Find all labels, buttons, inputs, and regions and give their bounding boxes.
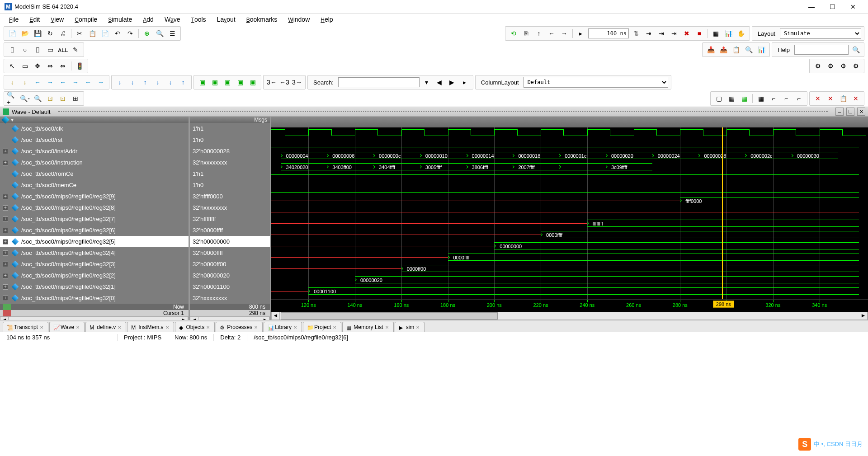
g3-icon[interactable]: ▦	[739, 93, 750, 104]
c2-icon[interactable]: ↓	[19, 77, 30, 88]
d4-icon[interactable]: ↓	[152, 77, 163, 88]
zoom-cursor-icon[interactable]: ⊡	[45, 93, 56, 104]
cursor-lock-icon[interactable]	[3, 310, 11, 316]
signal-row[interactable]: + /soc_tb/soc0/mips0/regfile0/reg32[8]	[0, 202, 189, 213]
up-arrow-icon[interactable]: ↑	[533, 28, 544, 39]
wave-max-icon[interactable]: ☐	[846, 108, 854, 116]
run-all-icon[interactable]: ⇥	[669, 28, 679, 39]
gear4-icon[interactable]: ⚙	[850, 61, 861, 71]
tb2-b1-icon[interactable]: 📥	[705, 44, 716, 55]
search-next-icon[interactable]: ▶	[447, 77, 458, 88]
menu-add[interactable]: Add	[137, 14, 159, 25]
expand-icon[interactable]: +	[3, 273, 8, 278]
plot-hscroll[interactable]: ◄►	[271, 312, 868, 320]
wave-min-icon[interactable]: –	[835, 108, 844, 116]
find-icon[interactable]: 🔍	[154, 28, 165, 39]
d2-icon[interactable]: ↓	[127, 77, 138, 88]
tb2-4-icon[interactable]: ▭	[45, 44, 56, 55]
shrink-icon[interactable]: ⇔	[45, 61, 56, 71]
c1-icon[interactable]: ↓	[7, 77, 18, 88]
tab-close-icon[interactable]: ✕	[76, 325, 80, 329]
new-icon[interactable]: 📄	[7, 28, 18, 39]
zoom-range-icon[interactable]: ⊡	[57, 93, 68, 104]
tab-close-icon[interactable]: ✕	[40, 325, 44, 329]
d3-icon[interactable]: ↑	[140, 77, 151, 88]
e3-icon[interactable]: ▣	[222, 77, 233, 88]
chart-icon[interactable]: 📊	[723, 28, 734, 39]
gear2-icon[interactable]: ⚙	[825, 61, 836, 71]
time-ruler[interactable]: 120 ns140 ns160 ns180 ns200 ns220 ns240 …	[271, 299, 868, 312]
c8-icon[interactable]: →	[95, 77, 106, 88]
menu-view[interactable]: View	[45, 14, 69, 25]
signal-row[interactable]: + /soc_tb/soc0/mips0/regfile0/reg32[0]	[0, 292, 189, 304]
menu-wave[interactable]: Wave	[159, 14, 186, 25]
wave-close-icon[interactable]: ✕	[857, 108, 865, 116]
menu-simulate[interactable]: Simulate	[103, 14, 137, 25]
undo-icon[interactable]: ↶	[112, 28, 123, 39]
g4-icon[interactable]: ▦	[755, 93, 766, 104]
restart-icon[interactable]: ⟲	[508, 28, 519, 39]
search-dropdown-icon[interactable]: ▾	[421, 77, 432, 88]
save-icon[interactable]: 💾	[32, 28, 43, 39]
expand-icon[interactable]: +	[3, 262, 8, 267]
tab-objects[interactable]: ◆ Objects ✕	[175, 322, 215, 332]
break-icon[interactable]: ⎘	[521, 28, 532, 39]
signal-row[interactable]: + /soc_tb/soc0/mips0/regfile0/reg32[6]	[0, 225, 189, 236]
move-icon[interactable]: ✥	[32, 61, 43, 71]
menu-edit[interactable]: Edit	[24, 14, 45, 25]
zoom-fit-icon[interactable]: ⊞	[70, 93, 81, 104]
traffic-icon[interactable]: 🚦	[74, 61, 85, 71]
tab-close-icon[interactable]: ✕	[333, 325, 337, 329]
tab-library[interactable]: 📊 Library ✕	[264, 322, 302, 332]
zoom-full-icon[interactable]: 🔍	[32, 93, 43, 104]
tab-close-icon[interactable]: ✕	[165, 325, 170, 329]
tab-close-icon[interactable]: ✕	[416, 325, 420, 329]
tb2-1-icon[interactable]: ⌷	[7, 44, 18, 55]
minimize-button[interactable]: —	[801, 0, 822, 14]
tb2-clear-icon[interactable]: ✎	[70, 44, 81, 55]
signal-row[interactable]: + /soc_tb/soc0/memCe	[0, 179, 189, 191]
search-opt-icon[interactable]: ▸	[459, 77, 470, 88]
column-select[interactable]: Default	[524, 77, 668, 88]
tb2-b4-icon[interactable]: 🔍	[743, 44, 754, 55]
expand-icon[interactable]: +	[3, 228, 8, 233]
select-icon[interactable]: ▭	[19, 61, 30, 71]
expand-icon[interactable]: +	[3, 160, 8, 165]
g1-icon[interactable]: ▢	[713, 93, 724, 104]
expand-icon[interactable]: +	[3, 216, 8, 222]
tab-sim[interactable]: ▶ sim ✕	[395, 322, 425, 332]
g2-icon[interactable]: ▦	[726, 93, 737, 104]
tab-close-icon[interactable]: ✕	[293, 325, 298, 329]
c6-icon[interactable]: →	[70, 77, 81, 88]
reload-icon[interactable]: ↻	[45, 28, 56, 39]
e1-icon[interactable]: ▣	[197, 77, 208, 88]
expand-icon[interactable]: +	[3, 250, 8, 256]
add-icon[interactable]: ⊕	[142, 28, 152, 39]
expand-icon[interactable]: +	[3, 239, 8, 244]
signal-row[interactable]: + /soc_tb/soc0/mips0/regfile0/reg32[7]	[0, 213, 189, 225]
zoom-out-icon[interactable]: 🔍-	[19, 93, 30, 104]
h3-icon[interactable]: 📋	[838, 93, 849, 104]
run-time-input[interactable]	[588, 28, 629, 38]
mem-icon[interactable]: ▦	[711, 28, 722, 39]
d5-icon[interactable]: ↓	[165, 77, 176, 88]
expand-icon[interactable]: +	[3, 296, 8, 301]
h2-icon[interactable]: ✕	[825, 93, 836, 104]
g7-icon[interactable]: ⌐	[793, 93, 804, 104]
wave-canvas[interactable]: 00000004000000080000000c0000001000000014…	[271, 127, 868, 299]
help-search-icon[interactable]: 🔍	[850, 44, 861, 55]
expand-icon[interactable]: +	[3, 194, 8, 199]
tab-close-icon[interactable]: ✕	[385, 325, 390, 329]
expand-icon[interactable]: ⇔	[57, 61, 68, 71]
cursor-line[interactable]	[722, 127, 723, 299]
right-arrow-icon[interactable]: →	[559, 28, 570, 39]
menu-file[interactable]: File	[4, 14, 24, 25]
print-icon[interactable]: 🖨	[57, 28, 68, 39]
c3-icon[interactable]: ←	[32, 77, 43, 88]
list-icon[interactable]: ☰	[167, 28, 178, 39]
tab-close-icon[interactable]: ✕	[254, 325, 259, 329]
expand-icon[interactable]: +	[3, 205, 8, 211]
tb2-b3-icon[interactable]: 📋	[731, 44, 741, 55]
signal-row[interactable]: + /soc_tb/soc0/romCe	[0, 168, 189, 179]
signal-row[interactable]: + /soc_tb/soc0/rst	[0, 134, 189, 146]
